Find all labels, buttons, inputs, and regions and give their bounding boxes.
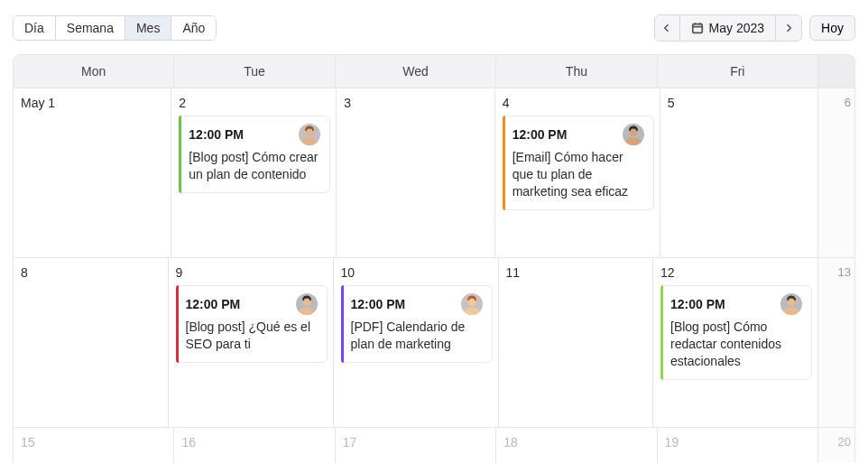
avatar (461, 293, 483, 315)
event-header: 12:00 PM (512, 124, 644, 145)
weekday-header-cell: Wed (336, 55, 496, 88)
event-title: [Email] Cómo hacer que tu plan de market… (512, 149, 644, 200)
week-row: 8912:00 PM[Blog post] ¿Qué es el SEO par… (14, 258, 854, 428)
current-period-label: May 2023 (709, 21, 764, 35)
weekday-header-cell: Mon (14, 55, 174, 88)
calendar-event[interactable]: 12:00 PM[Blog post] Cómo redactar conten… (660, 285, 812, 380)
calendar-icon (691, 22, 704, 34)
day-number: 10 (341, 265, 493, 280)
day-cell-overflow: 13 (818, 258, 854, 427)
day-number: 3 (344, 96, 488, 110)
calendar-toolbar: Día Semana Mes Año May 2023 Hoy (13, 14, 855, 42)
day-cell[interactable]: 19 (658, 428, 818, 463)
calendar-grid: MonTueWedThuFri May 1212:00 PM[Blog post… (13, 54, 855, 463)
week-row: 151617181920 (14, 428, 854, 463)
weekday-header: MonTueWedThuFri (14, 55, 854, 88)
weekday-header-cell: Fri (658, 55, 818, 88)
next-period-button[interactable] (776, 15, 801, 41)
view-week-button[interactable]: Semana (56, 16, 125, 40)
day-cell[interactable]: 16 (174, 428, 335, 463)
day-cell[interactable]: 5 (660, 88, 818, 257)
event-time: 12:00 PM (351, 297, 406, 311)
calendar-body: May 1212:00 PM[Blog post] Cómo crear un … (14, 88, 854, 463)
event-title: [Blog post] ¿Qué es el SEO para ti (186, 319, 318, 353)
day-number: 19 (665, 435, 812, 449)
day-number: 11 (506, 265, 648, 280)
day-cell[interactable]: 412:00 PM[Email] Cómo hacer que tu plan … (495, 88, 660, 257)
weekday-header-cell: Tue (174, 55, 335, 88)
avatar (296, 293, 318, 315)
view-month-button[interactable]: Mes (125, 16, 171, 40)
calendar-event[interactable]: 12:00 PM[Email] Cómo hacer que tu plan d… (503, 116, 654, 210)
event-header: 12:00 PM (186, 293, 318, 315)
view-switcher: Día Semana Mes Año (13, 15, 217, 41)
day-number: 2 (179, 96, 330, 110)
chevron-left-icon (661, 23, 672, 33)
day-cell[interactable]: 212:00 PM[Blog post] Cómo crear un plan … (171, 88, 337, 257)
day-number: 12 (660, 265, 812, 280)
day-number: 9 (176, 265, 328, 280)
day-cell-overflow: 20 (818, 428, 854, 463)
weekday-header-cell: Thu (496, 55, 657, 88)
weekday-header-extra (818, 55, 854, 88)
day-cell[interactable]: 17 (336, 428, 496, 463)
day-cell-overflow: 6 (818, 88, 854, 257)
day-cell[interactable]: 912:00 PM[Blog post] ¿Qué es el SEO para… (169, 258, 334, 427)
chevron-right-icon (783, 23, 794, 33)
day-cell[interactable]: 18 (496, 428, 657, 463)
period-nav-group: May 2023 (654, 14, 802, 42)
calendar-event[interactable]: 12:00 PM[PDF] Calendario de plan de mark… (341, 285, 493, 363)
day-cell[interactable]: 11 (499, 258, 654, 427)
day-number: 4 (503, 96, 654, 110)
day-number: 8 (21, 265, 162, 280)
view-year-button[interactable]: Año (171, 16, 216, 40)
prev-period-button[interactable] (655, 15, 680, 41)
svg-rect-0 (692, 24, 702, 33)
current-period-button[interactable]: May 2023 (680, 15, 776, 41)
day-cell[interactable]: 15 (14, 428, 174, 463)
event-title: [Blog post] Cómo crear un plan de conten… (189, 149, 320, 183)
avatar (623, 124, 644, 145)
avatar (780, 293, 802, 315)
day-number: 16 (181, 435, 328, 449)
day-number: 18 (503, 435, 651, 449)
event-header: 12:00 PM (189, 124, 320, 145)
day-cell[interactable]: 8 (14, 258, 169, 427)
day-number: 15 (21, 435, 168, 449)
event-title: [PDF] Calendario de plan de marketing (351, 319, 483, 353)
event-time: 12:00 PM (670, 297, 725, 311)
day-cell[interactable]: 1012:00 PM[PDF] Calendario de plan de ma… (334, 258, 499, 427)
date-navigator: May 2023 Hoy (654, 14, 855, 42)
week-row: May 1212:00 PM[Blog post] Cómo crear un … (14, 88, 854, 258)
day-number: 17 (343, 435, 490, 449)
view-day-button[interactable]: Día (14, 16, 56, 40)
day-cell[interactable]: 1212:00 PM[Blog post] Cómo redactar cont… (653, 258, 818, 427)
event-title: [Blog post] Cómo redactar contenidos est… (670, 319, 802, 370)
event-time: 12:00 PM (512, 127, 568, 142)
avatar (299, 124, 320, 145)
day-number: May 1 (21, 96, 165, 110)
calendar-event[interactable]: 12:00 PM[Blog post] Cómo crear un plan d… (179, 116, 330, 193)
day-cell[interactable]: 3 (337, 88, 494, 257)
event-time: 12:00 PM (186, 297, 241, 311)
day-number: 5 (668, 96, 812, 110)
event-header: 12:00 PM (670, 293, 802, 315)
day-cell[interactable]: May 1 (14, 88, 171, 257)
calendar-event[interactable]: 12:00 PM[Blog post] ¿Qué es el SEO para … (176, 285, 328, 363)
today-button[interactable]: Hoy (809, 15, 855, 41)
event-header: 12:00 PM (351, 293, 483, 315)
event-time: 12:00 PM (189, 127, 244, 142)
